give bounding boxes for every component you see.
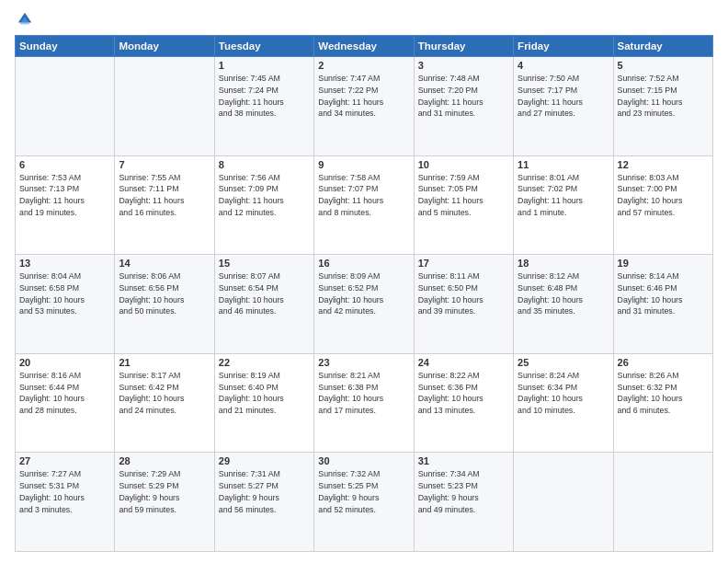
- day-number: 21: [119, 357, 210, 368]
- day-info: Sunrise: 7:58 AM Sunset: 7:07 PM Dayligh…: [318, 172, 409, 219]
- day-info: Sunrise: 7:34 AM Sunset: 5:23 PM Dayligh…: [418, 468, 509, 515]
- calendar-cell: 14Sunrise: 8:06 AM Sunset: 6:56 PM Dayli…: [115, 255, 214, 354]
- week-row-1: 1Sunrise: 7:45 AM Sunset: 7:24 PM Daylig…: [16, 57, 713, 156]
- calendar-cell: 8Sunrise: 7:56 AM Sunset: 7:09 PM Daylig…: [214, 155, 313, 255]
- calendar-cell: 23Sunrise: 8:21 AM Sunset: 6:38 PM Dayli…: [314, 353, 414, 453]
- calendar-cell: 30Sunrise: 7:32 AM Sunset: 5:25 PM Dayli…: [314, 453, 414, 552]
- day-number: 18: [518, 258, 609, 269]
- calendar-cell: 21Sunrise: 8:17 AM Sunset: 6:42 PM Dayli…: [115, 353, 214, 453]
- week-row-5: 27Sunrise: 7:27 AM Sunset: 5:31 PM Dayli…: [16, 453, 713, 552]
- calendar-cell: 4Sunrise: 7:50 AM Sunset: 7:17 PM Daylig…: [514, 57, 613, 156]
- day-info: Sunrise: 8:03 AM Sunset: 7:00 PM Dayligh…: [618, 172, 709, 219]
- day-number: 9: [318, 159, 409, 170]
- day-number: 13: [19, 258, 110, 269]
- day-info: Sunrise: 7:31 AM Sunset: 5:27 PM Dayligh…: [219, 468, 310, 515]
- day-number: 3: [418, 60, 509, 71]
- day-number: 27: [19, 455, 110, 466]
- day-info: Sunrise: 8:16 AM Sunset: 6:44 PM Dayligh…: [19, 370, 110, 417]
- day-info: Sunrise: 7:32 AM Sunset: 5:25 PM Dayligh…: [318, 468, 409, 515]
- calendar-cell: 26Sunrise: 8:26 AM Sunset: 6:32 PM Dayli…: [613, 353, 712, 453]
- day-number: 29: [219, 455, 310, 466]
- calendar-cell: [16, 57, 115, 156]
- day-info: Sunrise: 8:01 AM Sunset: 7:02 PM Dayligh…: [518, 172, 609, 219]
- day-number: 10: [418, 159, 509, 170]
- calendar-cell: [514, 453, 613, 552]
- day-number: 30: [318, 455, 409, 466]
- calendar-cell: 18Sunrise: 8:12 AM Sunset: 6:48 PM Dayli…: [514, 255, 613, 354]
- calendar-cell: 24Sunrise: 8:22 AM Sunset: 6:36 PM Dayli…: [414, 353, 513, 453]
- day-number: 17: [418, 258, 509, 269]
- day-number: 23: [318, 357, 409, 368]
- day-info: Sunrise: 7:59 AM Sunset: 7:05 PM Dayligh…: [418, 172, 509, 219]
- weekday-header-friday: Friday: [514, 36, 613, 57]
- day-number: 22: [219, 357, 310, 368]
- week-row-2: 6Sunrise: 7:53 AM Sunset: 7:13 PM Daylig…: [16, 155, 713, 255]
- calendar-cell: 7Sunrise: 7:55 AM Sunset: 7:11 PM Daylig…: [115, 155, 214, 255]
- weekday-header-sunday: Sunday: [16, 36, 115, 57]
- day-info: Sunrise: 8:17 AM Sunset: 6:42 PM Dayligh…: [119, 370, 210, 417]
- day-info: Sunrise: 7:27 AM Sunset: 5:31 PM Dayligh…: [19, 468, 110, 515]
- day-number: 8: [219, 159, 310, 170]
- day-info: Sunrise: 7:45 AM Sunset: 7:24 PM Dayligh…: [219, 73, 310, 120]
- weekday-header-monday: Monday: [115, 36, 214, 57]
- week-row-4: 20Sunrise: 8:16 AM Sunset: 6:44 PM Dayli…: [16, 353, 713, 453]
- day-number: 15: [219, 258, 310, 269]
- calendar-cell: 17Sunrise: 8:11 AM Sunset: 6:50 PM Dayli…: [414, 255, 513, 354]
- calendar-cell: 10Sunrise: 7:59 AM Sunset: 7:05 PM Dayli…: [414, 155, 513, 255]
- calendar-cell: 31Sunrise: 7:34 AM Sunset: 5:23 PM Dayli…: [414, 453, 513, 552]
- calendar-cell: 11Sunrise: 8:01 AM Sunset: 7:02 PM Dayli…: [514, 155, 613, 255]
- weekday-header-saturday: Saturday: [613, 36, 712, 57]
- day-number: 6: [19, 159, 110, 170]
- calendar-cell: 2Sunrise: 7:47 AM Sunset: 7:22 PM Daylig…: [314, 57, 414, 156]
- weekday-header-thursday: Thursday: [414, 36, 513, 57]
- day-info: Sunrise: 8:11 AM Sunset: 6:50 PM Dayligh…: [418, 270, 509, 317]
- day-info: Sunrise: 8:09 AM Sunset: 6:52 PM Dayligh…: [318, 270, 409, 317]
- day-info: Sunrise: 7:53 AM Sunset: 7:13 PM Dayligh…: [19, 172, 110, 219]
- day-number: 11: [518, 159, 609, 170]
- calendar-cell: 22Sunrise: 8:19 AM Sunset: 6:40 PM Dayli…: [214, 353, 313, 453]
- day-number: 31: [418, 455, 509, 466]
- weekday-header-tuesday: Tuesday: [214, 36, 313, 57]
- calendar: SundayMondayTuesdayWednesdayThursdayFrid…: [15, 35, 713, 552]
- day-info: Sunrise: 7:55 AM Sunset: 7:11 PM Dayligh…: [119, 172, 210, 219]
- day-number: 4: [518, 60, 609, 71]
- calendar-cell: 29Sunrise: 7:31 AM Sunset: 5:27 PM Dayli…: [214, 453, 313, 552]
- logo: [15, 11, 33, 28]
- day-number: 28: [119, 455, 210, 466]
- day-number: 24: [418, 357, 509, 368]
- day-number: 2: [318, 60, 409, 71]
- day-info: Sunrise: 8:22 AM Sunset: 6:36 PM Dayligh…: [418, 370, 509, 417]
- day-number: 25: [518, 357, 609, 368]
- day-number: 14: [119, 258, 210, 269]
- day-info: Sunrise: 7:56 AM Sunset: 7:09 PM Dayligh…: [219, 172, 310, 219]
- day-number: 20: [19, 357, 110, 368]
- calendar-cell: 9Sunrise: 7:58 AM Sunset: 7:07 PM Daylig…: [314, 155, 414, 255]
- day-number: 1: [219, 60, 310, 71]
- day-info: Sunrise: 7:50 AM Sunset: 7:17 PM Dayligh…: [518, 73, 609, 120]
- calendar-cell: 3Sunrise: 7:48 AM Sunset: 7:20 PM Daylig…: [414, 57, 513, 156]
- calendar-cell: 19Sunrise: 8:14 AM Sunset: 6:46 PM Dayli…: [613, 255, 712, 354]
- day-info: Sunrise: 7:29 AM Sunset: 5:29 PM Dayligh…: [119, 468, 210, 515]
- day-info: Sunrise: 8:12 AM Sunset: 6:48 PM Dayligh…: [518, 270, 609, 317]
- day-number: 16: [318, 258, 409, 269]
- day-info: Sunrise: 8:21 AM Sunset: 6:38 PM Dayligh…: [318, 370, 409, 417]
- calendar-cell: 25Sunrise: 8:24 AM Sunset: 6:34 PM Dayli…: [514, 353, 613, 453]
- day-info: Sunrise: 8:26 AM Sunset: 6:32 PM Dayligh…: [618, 370, 709, 417]
- logo-icon: [17, 11, 33, 28]
- calendar-cell: 1Sunrise: 7:45 AM Sunset: 7:24 PM Daylig…: [214, 57, 313, 156]
- day-info: Sunrise: 8:24 AM Sunset: 6:34 PM Dayligh…: [518, 370, 609, 417]
- week-row-3: 13Sunrise: 8:04 AM Sunset: 6:58 PM Dayli…: [16, 255, 713, 354]
- weekday-header-row: SundayMondayTuesdayWednesdayThursdayFrid…: [16, 36, 713, 57]
- page: SundayMondayTuesdayWednesdayThursdayFrid…: [0, 0, 728, 563]
- day-number: 7: [119, 159, 210, 170]
- header: [15, 11, 713, 28]
- day-number: 12: [618, 159, 709, 170]
- day-number: 19: [618, 258, 709, 269]
- calendar-cell: 6Sunrise: 7:53 AM Sunset: 7:13 PM Daylig…: [16, 155, 115, 255]
- calendar-cell: 27Sunrise: 7:27 AM Sunset: 5:31 PM Dayli…: [16, 453, 115, 552]
- day-info: Sunrise: 7:47 AM Sunset: 7:22 PM Dayligh…: [318, 73, 409, 120]
- day-number: 5: [618, 60, 709, 71]
- calendar-cell: 20Sunrise: 8:16 AM Sunset: 6:44 PM Dayli…: [16, 353, 115, 453]
- calendar-cell: 5Sunrise: 7:52 AM Sunset: 7:15 PM Daylig…: [613, 57, 712, 156]
- day-info: Sunrise: 8:07 AM Sunset: 6:54 PM Dayligh…: [219, 270, 310, 317]
